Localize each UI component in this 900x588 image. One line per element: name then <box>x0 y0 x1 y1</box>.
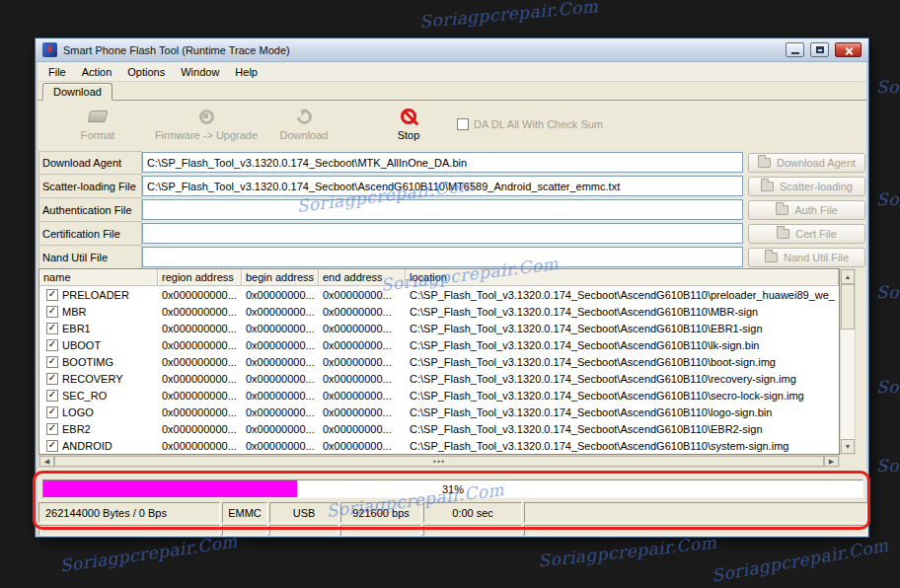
end-address: 0x00000000... <box>319 356 406 368</box>
watermark: Soriagpcrepair.Com <box>537 533 717 571</box>
menu-action[interactable]: Action <box>74 64 120 80</box>
app-icon <box>42 42 57 57</box>
table-row[interactable]: RECOVERY 0x000000000... 0x00000000... 0x… <box>39 370 839 387</box>
end-address: 0x00000000... <box>319 339 406 351</box>
column-header-name[interactable]: name <box>39 269 158 285</box>
column-header-region-address[interactable]: region address <box>158 269 242 285</box>
folder-icon <box>777 229 789 239</box>
download-agent-browse-label: Download Agent <box>777 157 856 169</box>
folder-icon <box>761 182 774 191</box>
region-address: 0x000000000... <box>158 289 242 301</box>
file-location: C:\SP_Flash_Tool_v3.1320.0.174_Secboot\A… <box>406 306 839 318</box>
vertical-scrollbar[interactable]: ▲ ▼ <box>840 268 856 455</box>
auth-file-input[interactable] <box>142 199 743 220</box>
file-location: C:\SP_Flash_Tool_v3.1320.0.174_Secboot\A… <box>406 440 839 452</box>
file-location: C:\SP_Flash_Tool_v3.1320.0.174_Secboot\A… <box>406 406 839 418</box>
region-address: 0x000000000... <box>158 423 242 435</box>
table-row[interactable]: MBR 0x000000000... 0x00000000... 0x00000… <box>39 303 839 320</box>
table-row[interactable]: EBR1 0x000000000... 0x00000000... 0x0000… <box>39 320 839 336</box>
cert-file-label: Certification File <box>38 222 142 246</box>
menu-options[interactable]: Options <box>119 64 173 80</box>
minimize-button[interactable] <box>786 42 804 57</box>
firmware-upgrade-icon <box>199 108 214 125</box>
vertical-scroll-thumb[interactable] <box>841 284 855 330</box>
menu-window[interactable]: Window <box>173 64 227 80</box>
table-row[interactable]: LOGO 0x000000000... 0x00000000... 0x0000… <box>39 404 839 420</box>
scroll-down-button[interactable]: ▼ <box>841 439 855 454</box>
column-header-begin-address[interactable]: begin address <box>242 269 319 285</box>
column-header-location[interactable]: location <box>406 269 839 285</box>
horizontal-scrollbar[interactable]: ◀ ••• ▶ <box>38 455 840 468</box>
partition-name: SEC_RO <box>62 390 107 402</box>
download-button[interactable]: Download <box>266 108 341 141</box>
region-address: 0x000000000... <box>158 323 242 334</box>
watermark: Soriagpcrepair.Com <box>876 456 900 476</box>
end-address: 0x00000000... <box>319 373 406 385</box>
row-checkbox[interactable] <box>46 423 58 435</box>
scroll-up-button[interactable]: ▲ <box>841 269 855 284</box>
download-label: Download <box>280 129 329 141</box>
row-checkbox[interactable] <box>46 306 58 318</box>
file-location: C:\SP_Flash_Tool_v3.1320.0.174_Secboot\A… <box>406 339 839 351</box>
file-location: C:\SP_Flash_Tool_v3.1320.0.174_Secboot\A… <box>406 373 839 385</box>
begin-address: 0x00000000... <box>242 306 319 318</box>
row-checkbox[interactable] <box>46 390 58 402</box>
download-agent-browse-button[interactable]: Download Agent <box>748 153 865 173</box>
scatter-file-browse-button[interactable]: Scatter-loading <box>748 177 865 196</box>
firmware-upgrade-button[interactable]: Firmware -> Upgrade <box>148 108 264 141</box>
auth-file-browse-button[interactable]: Auth File <box>748 200 865 220</box>
table-row[interactable]: UBOOT 0x000000000... 0x00000000... 0x000… <box>39 336 839 353</box>
format-label: Format <box>81 129 115 141</box>
watermark: Soriagpcrepair.Com <box>711 535 890 585</box>
row-checkbox[interactable] <box>46 356 58 368</box>
status-spacer <box>269 525 338 536</box>
column-header-end-address[interactable]: end address <box>319 269 406 285</box>
row-checkbox[interactable] <box>46 339 58 351</box>
row-checkbox[interactable] <box>46 440 58 452</box>
download-agent-input[interactable] <box>142 152 743 173</box>
scatter-file-input[interactable] <box>142 176 743 196</box>
watermark: Soriagpcrepair.Com <box>876 282 900 302</box>
menu-help[interactable]: Help <box>227 64 265 80</box>
maximize-button[interactable] <box>810 42 829 57</box>
close-button[interactable] <box>835 42 862 57</box>
da-dl-checksum-checkbox[interactable]: DA DL All With Check Sum <box>457 118 603 130</box>
table-row[interactable]: BOOTIMG 0x000000000... 0x00000000... 0x0… <box>39 353 839 370</box>
row-checkbox[interactable] <box>46 373 58 385</box>
partition-name: EBR2 <box>62 423 91 435</box>
window-body: File Action Options Window Help Download… <box>38 62 866 535</box>
scroll-right-button[interactable]: ▶ <box>824 456 839 467</box>
menubar: File Action Options Window Help <box>38 62 866 82</box>
table-row[interactable]: SEC_RO 0x000000000... 0x00000000... 0x00… <box>39 387 839 404</box>
download-panel: Format Firmware -> Upgrade Download Stop <box>38 101 866 535</box>
menu-file[interactable]: File <box>40 64 74 80</box>
file-location: C:\SP_Flash_Tool_v3.1320.0.174_Secboot\A… <box>406 423 839 435</box>
row-checkbox[interactable] <box>46 323 58 334</box>
row-checkbox[interactable] <box>46 289 58 301</box>
stop-label: Stop <box>398 129 420 141</box>
watermark: Soriagpcrepair.Com <box>876 189 900 209</box>
nand-util-label: Nand Util File <box>38 246 142 269</box>
stop-button[interactable]: Stop <box>378 108 439 141</box>
tab-download[interactable]: Download <box>42 83 112 101</box>
status-spacer <box>423 525 522 536</box>
table-row[interactable]: PRELOADER 0x000000000... 0x00000000... 0… <box>39 286 839 303</box>
nand-util-browse-button[interactable]: Nand Util File <box>748 248 865 267</box>
partition-name: EBR1 <box>62 323 91 334</box>
table-row[interactable]: ANDROID 0x000000000... 0x00000000... 0x0… <box>39 437 839 454</box>
file-location: C:\SP_Flash_Tool_v3.1320.0.174_Secboot\A… <box>406 323 839 334</box>
partition-name: ANDROID <box>62 440 112 452</box>
region-address: 0x000000000... <box>158 306 242 318</box>
scroll-left-button[interactable]: ◀ <box>39 456 54 467</box>
begin-address: 0x00000000... <box>242 423 319 435</box>
row-checkbox[interactable] <box>46 406 58 418</box>
scatter-file-label: Scatter-loading File <box>38 175 142 198</box>
horizontal-scroll-thumb[interactable]: ••• <box>54 456 824 467</box>
cert-file-input[interactable] <box>142 223 743 244</box>
statusbar: 262144000 Bytes / 0 Bps EMMC USB 921600 … <box>38 502 867 523</box>
nand-util-input[interactable] <box>142 247 743 267</box>
cert-file-browse-button[interactable]: Cert File <box>748 224 865 244</box>
partition-name: PRELOADER <box>62 289 129 301</box>
table-row[interactable]: EBR2 0x000000000... 0x00000000... 0x0000… <box>39 420 839 437</box>
format-button[interactable]: Format <box>63 108 132 141</box>
